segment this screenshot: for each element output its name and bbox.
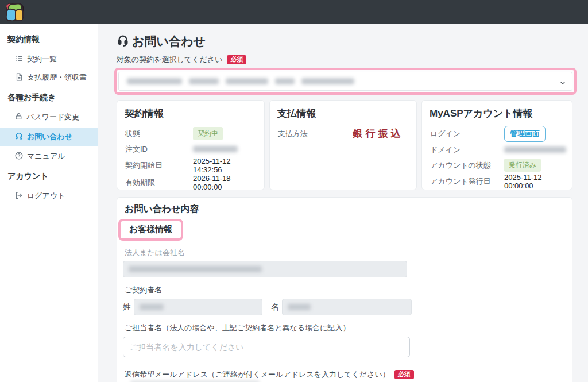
sidebar-item-payment-history[interactable]: 支払履歴・領収書 xyxy=(0,68,98,87)
logo-yellow-shape xyxy=(16,10,22,20)
page-title: お問い合わせ xyxy=(117,32,572,49)
info-cards-row: 契約情報 状態 契約中 注文ID 契約開始日 2025-11-12 14:32:… xyxy=(117,100,572,190)
redacted-value xyxy=(189,78,219,84)
required-badge: 必須 xyxy=(394,370,414,379)
app-window: 契約情報 契約一覧 支払履歴・領収書 各種お手続き パスワード変更 お問い合わせ… xyxy=(0,0,588,382)
card-title: MyASPアカウント情報 xyxy=(430,107,566,120)
redacted-value xyxy=(129,266,262,272)
company-name-input xyxy=(123,261,407,277)
card-title: 支払情報 xyxy=(277,107,411,120)
sidebar-item-label: 契約一覧 xyxy=(27,54,57,64)
card-row-account-status: アカウントの状態 発行済み xyxy=(428,157,566,173)
email-label: 返信希望メールアドレス（ご連絡が付くメールアドレスを入力してください） xyxy=(125,369,390,380)
card-row-domain: ドメイン xyxy=(428,142,566,157)
sidebar-item-manual[interactable]: マニュアル xyxy=(0,147,98,165)
redacted-value xyxy=(140,304,164,310)
redacted-value xyxy=(275,78,295,84)
admin-panel-button[interactable]: 管理画面 xyxy=(504,126,546,142)
redacted-value xyxy=(193,146,238,152)
list-icon xyxy=(15,55,23,64)
contract-select-highlight xyxy=(114,68,577,95)
contract-info-card: 契約情報 状態 契約中 注文ID 契約開始日 2025-11-12 14:32:… xyxy=(117,100,265,190)
redacted-value xyxy=(127,78,182,84)
card-row-status: 状態 契約中 xyxy=(123,126,258,141)
document-icon xyxy=(15,73,23,83)
card-row-login: ログイン 管理画面 xyxy=(428,126,566,142)
payment-info-card: 支払情報 支払方法 銀行振込 xyxy=(269,100,417,190)
lastname-input xyxy=(134,299,262,315)
redacted-value xyxy=(288,304,311,310)
contact-person-input[interactable] xyxy=(123,337,410,357)
sidebar-section-contract: 契約情報 xyxy=(0,29,98,50)
card-title: 契約情報 xyxy=(125,107,258,120)
account-info-card: MyASPアカウント情報 ログイン 管理画面 ドメイン アカウントの状態 発行済… xyxy=(421,100,572,190)
sidebar-section-procedures: 各種お手続き xyxy=(0,87,98,108)
logo-blue-shape xyxy=(6,9,16,20)
card-row-payment-method: 支払方法 銀行振込 xyxy=(276,126,411,141)
lastname-label: 姓 xyxy=(123,302,131,312)
contract-select-label-row: 対象の契約を選択してください 必須 xyxy=(117,55,572,65)
lock-icon xyxy=(15,113,22,122)
sidebar-item-label: パスワード変更 xyxy=(26,112,79,122)
card-row-issue-date: アカウント発行日 2025-11-12 00:00:00 xyxy=(428,173,566,190)
redacted-value xyxy=(226,78,268,84)
sidebar-item-label: ログアウト xyxy=(27,191,65,201)
sidebar-item-password-change[interactable]: パスワード変更 xyxy=(0,108,98,126)
page-title-text: お問い合わせ xyxy=(132,33,206,49)
sidebar-section-account: アカウント xyxy=(0,165,98,187)
top-navbar xyxy=(0,0,588,24)
headset-icon xyxy=(15,132,23,142)
sidebar-item-label: 支払履歴・領収書 xyxy=(27,72,87,83)
question-icon xyxy=(15,152,23,161)
sidebar-item-label: お問い合わせ xyxy=(27,132,72,142)
email-label-row: 返信希望メールアドレス（ご連絡が付くメールアドレスを入力してください） 必須 xyxy=(125,369,566,380)
firstname-input xyxy=(282,299,412,315)
card-row-order-id: 注文ID xyxy=(123,141,258,157)
logout-icon xyxy=(15,191,23,201)
firstname-label: 名 xyxy=(271,302,279,312)
contract-select[interactable] xyxy=(118,72,572,91)
inquiry-form-card: お問い合わせ内容 お客様情報 法人または会社名 ご契約者名 姓 名 ご担当者名（… xyxy=(117,197,572,382)
redacted-value xyxy=(301,78,354,84)
company-name-label: 法人または会社名 xyxy=(125,248,566,258)
required-badge: 必須 xyxy=(227,55,246,64)
card-row-start-date: 契約開始日 2025-11-12 14:32:56 xyxy=(123,157,258,174)
sidebar-item-label: マニュアル xyxy=(27,151,65,161)
main-content: お問い合わせ 対象の契約を選択してください 必須 契約情報 状態 契約 xyxy=(98,24,588,382)
redacted-value xyxy=(504,146,566,153)
inquiry-section-title: お問い合わせ内容 xyxy=(125,203,566,215)
status-badge: 発行済み xyxy=(504,159,541,172)
sidebar-item-contract-list[interactable]: 契約一覧 xyxy=(0,50,98,68)
myasp-logo[interactable] xyxy=(6,3,24,21)
sidebar-item-contact[interactable]: お問い合わせ xyxy=(0,128,98,146)
sidebar: 契約情報 契約一覧 支払履歴・領収書 各種お手続き パスワード変更 お問い合わせ… xyxy=(0,24,98,382)
chevron-down-icon xyxy=(559,78,566,88)
customer-info-highlight: お客様情報 xyxy=(118,219,183,241)
contact-person-label: ご担当者名（法人の場合や、上記ご契約者名と異なる場合に記入） xyxy=(125,323,566,333)
contract-select-label: 対象の契約を選択してください xyxy=(117,55,222,65)
contractor-name-label: ご契約者名 xyxy=(125,285,566,295)
contractor-name-row: 姓 名 xyxy=(123,299,566,315)
card-row-expiry: 有効期限 2026-11-18 00:00:00 xyxy=(123,174,258,191)
headset-icon xyxy=(117,34,129,49)
status-badge: 契約中 xyxy=(193,127,223,140)
sidebar-item-logout[interactable]: ログアウト xyxy=(0,187,98,205)
payment-method-value: 銀行振込 xyxy=(353,127,404,140)
